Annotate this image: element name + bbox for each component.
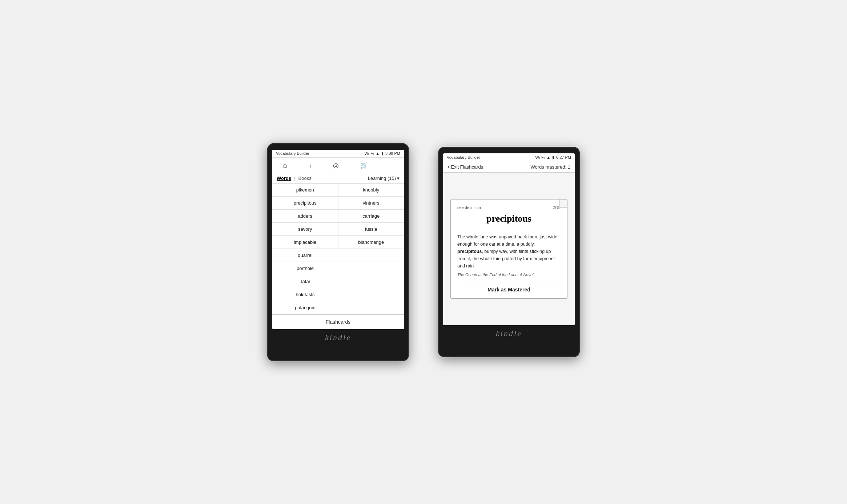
word-cell[interactable]: blancmange (338, 236, 404, 249)
wifi-label-left: Wi-Fi (364, 151, 374, 156)
nav-bar-left: ⌂ ‹ ◎ 🛒 ≡ (272, 158, 404, 173)
word-row: precipitous vintners (272, 197, 404, 210)
back-icon[interactable]: ‹ (309, 161, 312, 170)
see-definition[interactable]: see definition (457, 205, 481, 210)
word-cell[interactable]: palanquin (272, 301, 338, 314)
word-cell[interactable]: adders (272, 210, 338, 222)
word-cell[interactable]: holdfasts (272, 288, 338, 301)
tab-words[interactable]: Words (277, 176, 291, 181)
status-bar-right: Vocabulary Builder Wi-Fi ▲ ▮ 6:27 PM (443, 153, 575, 161)
word-grid: pikemen knobbly precipitous vintners add… (272, 184, 404, 314)
word-cell[interactable]: savory (272, 223, 338, 235)
flashcard-quote: The whole lane was unpaved back then, ju… (457, 233, 561, 270)
word-row: adders carriage (272, 210, 404, 223)
quote-before: The whole lane was unpaved back then, ju… (457, 234, 557, 247)
word-cell[interactable]: precipitous (272, 197, 338, 209)
kindle-device-right: Vocabulary Builder Wi-Fi ▲ ▮ 6:27 PM ‹ E… (438, 147, 580, 357)
word-cell[interactable]: Tatar (272, 275, 338, 288)
status-right-left: Wi-Fi ▲ ▮ 3:09 PM (364, 151, 400, 156)
mark-as-mastered-button[interactable]: Mark as Mastered (457, 287, 561, 293)
word-cell[interactable]: implacable (272, 236, 338, 249)
flashcard-wrapper: ‹ › see definition 2/15 precipitous The … (450, 199, 567, 299)
word-cell[interactable]: carriage (338, 210, 404, 222)
time-right: 6:27 PM (556, 155, 571, 160)
word-row: porthole (272, 262, 404, 275)
kindle-device-left: Vocabulary Builder Wi-Fi ▲ ▮ 3:09 PM ⌂ ‹… (267, 143, 409, 361)
wifi-label-right: Wi-Fi (535, 155, 545, 160)
battery-icon-left: ▮ (381, 151, 384, 156)
word-row: holdfasts (272, 288, 404, 301)
menu-icon[interactable]: ≡ (389, 161, 393, 169)
light-icon[interactable]: ◎ (333, 161, 339, 169)
kindle-screen-left: Vocabulary Builder Wi-Fi ▲ ▮ 3:09 PM ⌂ ‹… (272, 150, 404, 329)
words-mastered: Words mastered: 1 (530, 164, 570, 170)
word-row: savory tussle (272, 223, 404, 236)
home-icon[interactable]: ⌂ (283, 161, 288, 169)
flashcard-area: ‹ › see definition 2/15 precipitous The … (443, 173, 575, 325)
wifi-icon-right: ▲ (546, 155, 550, 160)
status-bar-left: Vocabulary Builder Wi-Fi ▲ ▮ 3:09 PM (272, 150, 404, 158)
word-cell[interactable]: quarrel (272, 249, 338, 262)
filter-dropdown[interactable]: Learning (15) ▾ (368, 176, 400, 181)
tab-books[interactable]: Books (298, 176, 312, 181)
battery-icon-right: ▮ (552, 155, 554, 160)
kindle-brand-right: kindle (443, 325, 575, 340)
word-cell[interactable]: pikemen (272, 184, 338, 196)
back-arrow-flashcard: ‹ (447, 164, 449, 170)
word-row: quarrel (272, 249, 404, 262)
word-row: palanquin (272, 301, 404, 314)
wifi-icon-left: ▲ (376, 151, 380, 156)
word-cell[interactable]: tussle (338, 223, 404, 235)
quote-highlight: precipitous (457, 249, 482, 254)
app-title-right: Vocabulary Builder (447, 155, 480, 160)
flashcard-source: The Ocean at the End of the Lane: A Nove… (457, 273, 561, 277)
word-row: pikemen knobbly (272, 184, 404, 197)
word-porthole[interactable]: porthole (272, 262, 338, 275)
kindle-brand-left: kindle (272, 329, 404, 344)
exit-flashcards[interactable]: ‹ Exit Flashcards (447, 164, 483, 170)
status-right-right: Wi-Fi ▲ ▮ 6:27 PM (535, 155, 571, 160)
flashcard-divider (457, 282, 561, 282)
flashcards-button[interactable]: Flashcards (272, 314, 404, 329)
kindle-screen-right: Vocabulary Builder Wi-Fi ▲ ▮ 6:27 PM ‹ E… (443, 153, 575, 325)
tab-separator: | (294, 176, 295, 181)
words-header: Words | Books Learning (15) ▾ (272, 173, 404, 184)
word-cell[interactable]: knobbly (338, 184, 404, 196)
cart-icon[interactable]: 🛒 (360, 161, 368, 169)
word-row: implacable blancmange (272, 236, 404, 249)
word-row: Tatar (272, 275, 404, 288)
flashcard-header: ‹ Exit Flashcards Words mastered: 1 (443, 161, 575, 173)
flashcard-corner (559, 199, 567, 207)
time-left: 3:09 PM (385, 151, 400, 156)
flashcard-word: precipitous (457, 213, 561, 228)
filter-label: Learning (15) (368, 176, 396, 181)
word-cell[interactable]: vintners (338, 197, 404, 209)
exit-label: Exit Flashcards (451, 164, 483, 170)
filter-arrow: ▾ (397, 176, 400, 181)
flashcard-top: see definition 2/15 (457, 205, 561, 210)
flashcard: see definition 2/15 precipitous The whol… (450, 199, 567, 299)
app-title-left: Vocabulary Builder (276, 151, 309, 156)
